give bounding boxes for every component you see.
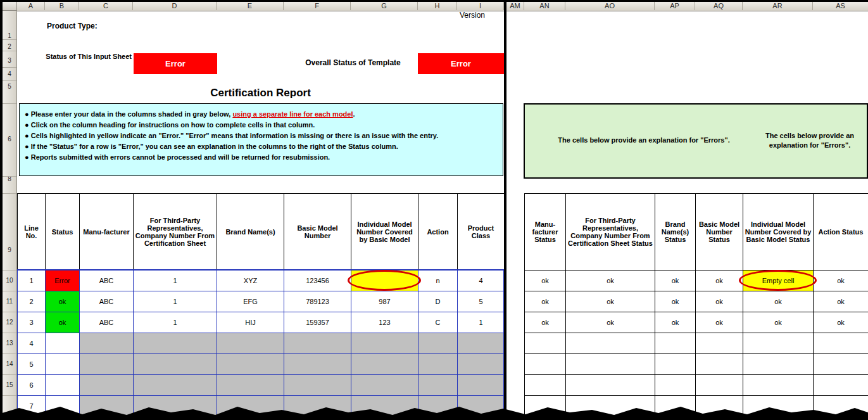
column-header-AS[interactable]: AS [813,2,868,10]
row-header-14[interactable]: 14 [3,360,16,369]
header-company-number[interactable]: For Third-Party Representatives, Company… [134,194,217,270]
cell-AO15[interactable] [566,375,655,396]
cell-AS14[interactable] [814,354,868,375]
column-header-AR[interactable]: AR [743,2,813,10]
cell-E13[interactable] [217,333,284,354]
cell-AS13[interactable] [814,333,868,354]
cell-AQ13[interactable] [696,333,743,354]
cell-D15[interactable] [134,375,217,396]
cell-B15[interactable] [46,375,80,396]
cell-AR13[interactable] [743,333,814,354]
cell-B14[interactable] [46,354,80,375]
column-header-AP[interactable]: AP [655,2,695,10]
row-header-10[interactable]: 10 [3,276,16,285]
column-header-C[interactable]: C [79,2,133,10]
cell-AQ14[interactable] [696,354,743,375]
cell-I13[interactable] [458,333,505,354]
cell-C12[interactable]: ABC [80,312,134,333]
cell-G10[interactable] [351,270,418,291]
cell-AO13[interactable] [566,333,655,354]
cell-H11[interactable]: D [418,291,458,312]
row-header-11[interactable]: 11 [3,297,16,306]
cell-AR10[interactable]: Empty cell [743,270,814,291]
cell-I15[interactable] [458,375,505,396]
header-manufacturer-status[interactable]: Manu-facturer Status [525,194,566,270]
row-header-6[interactable]: 6 [3,135,16,144]
cell-AO14[interactable] [566,354,655,375]
cell-F11[interactable]: 789123 [284,291,351,312]
cell-AR15[interactable] [743,375,814,396]
header-manufacturer[interactable]: Manu-facturer [80,194,134,270]
cell-AN13[interactable] [525,333,566,354]
cell-G14[interactable] [351,354,418,375]
cell-AR12[interactable]: ok [743,312,814,333]
row-header-15[interactable]: 15 [3,381,16,390]
cell-G13[interactable] [351,333,418,354]
cell-AS11[interactable]: ok [814,291,868,312]
header-action-status[interactable]: Action Status [814,194,868,270]
row-header-12[interactable]: 12 [3,318,16,327]
cell-AP10[interactable]: ok [655,270,696,291]
cell-G12[interactable]: 123 [351,312,418,333]
row-header-13[interactable]: 13 [3,339,16,348]
row-header-4[interactable]: 4 [3,70,16,79]
cell-AN10[interactable]: ok [525,270,566,291]
cell-AP12[interactable]: ok [655,312,696,333]
header-individual-model-number[interactable]: Individual Model Number Covered by Basic… [351,194,418,270]
cell-I11[interactable]: 5 [458,291,505,312]
cell-G11[interactable]: 987 [351,291,418,312]
cell-D14[interactable] [134,354,217,375]
select-all-corner[interactable] [3,2,17,11]
row-header-2[interactable]: 2 [3,42,16,51]
cell-AR14[interactable] [743,354,814,375]
cell-AO10[interactable]: ok [566,270,655,291]
cell-AQ15[interactable] [696,375,743,396]
cell-AO12[interactable]: ok [566,312,655,333]
cell-E11[interactable]: EFG [217,291,284,312]
header-line-no[interactable]: Line No. [18,194,46,270]
column-header-G[interactable]: G [351,2,418,10]
cell-A11[interactable]: 2 [18,291,46,312]
cell-AP11[interactable]: ok [655,291,696,312]
cell-F15[interactable] [284,375,351,396]
column-header-AM[interactable]: AM [506,2,524,10]
cell-F14[interactable] [284,354,351,375]
cell-I10[interactable]: 4 [458,270,505,291]
header-individual-model-status[interactable]: Individual Model Number Covered by Basic… [743,194,814,270]
cell-I12[interactable]: 1 [458,312,505,333]
cell-F12[interactable]: 159357 [284,312,351,333]
cell-C10[interactable]: ABC [80,270,134,291]
column-header-E[interactable]: E [217,2,284,10]
cell-AQ11[interactable]: ok [696,291,743,312]
header-product-class[interactable]: Product Class [458,194,505,270]
cell-B10[interactable]: Error [46,270,80,291]
column-header-AO[interactable]: AO [565,2,655,10]
cell-E10[interactable]: XYZ [217,270,284,291]
cell-E14[interactable] [217,354,284,375]
cell-H14[interactable] [418,354,458,375]
cell-F13[interactable] [284,333,351,354]
cell-AN12[interactable]: ok [525,312,566,333]
cell-AN14[interactable] [525,354,566,375]
column-header-I[interactable]: I [457,2,504,10]
cell-B13[interactable] [46,333,80,354]
cell-AP13[interactable] [655,333,696,354]
cell-AP15[interactable] [655,375,696,396]
cell-AN15[interactable] [525,375,566,396]
cell-C13[interactable] [80,333,134,354]
cell-C11[interactable]: ABC [80,291,134,312]
column-header-H[interactable]: H [418,2,457,10]
cell-F10[interactable]: 123456 [284,270,351,291]
cell-A12[interactable]: 3 [18,312,46,333]
header-company-number-status[interactable]: For Third-Party Representatives, Company… [566,194,655,270]
cell-AN11[interactable]: ok [525,291,566,312]
cell-H15[interactable] [418,375,458,396]
cell-C15[interactable] [80,375,134,396]
cell-E15[interactable] [217,375,284,396]
cell-AQ12[interactable]: ok [696,312,743,333]
cell-AS10[interactable]: ok [814,270,868,291]
cell-H10[interactable]: n [418,270,458,291]
cell-E12[interactable]: HIJ [217,312,284,333]
cell-G15[interactable] [351,375,418,396]
header-basic-model-number[interactable]: Basic Model Number [284,194,351,270]
